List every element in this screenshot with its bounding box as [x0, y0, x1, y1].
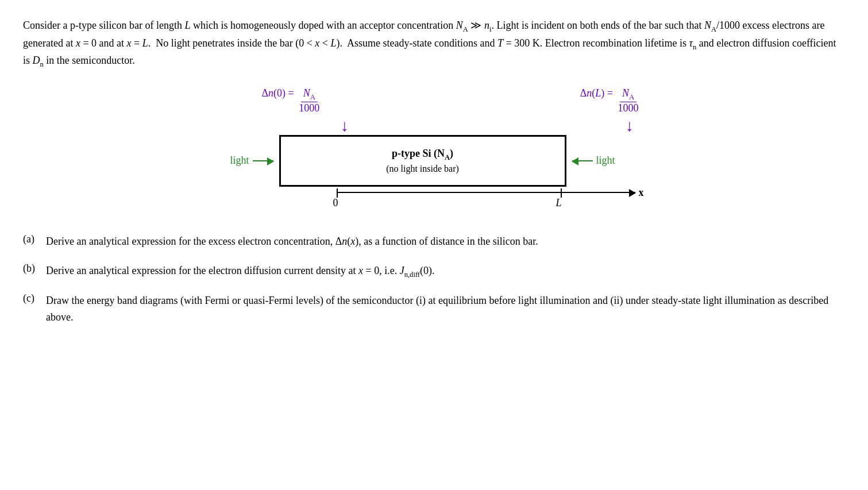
axis-label-zero: 0	[333, 197, 338, 209]
down-arrow-left: ↓	[341, 118, 349, 134]
x-axis-line: 0 L	[337, 192, 635, 193]
diagram: Δn(0) = NA 1000 Δn(L) = NA 1000 ↓ ↓ ligh…	[205, 87, 664, 199]
problem-statement: Consider a p-type silicon bar of length …	[23, 17, 839, 70]
part-a-label: (a)	[23, 233, 46, 245]
bc-left-label: Δn(0) = NA 1000	[262, 87, 322, 114]
down-arrow-row: ↓ ↓	[341, 118, 634, 134]
axis-label-x: x	[639, 187, 644, 199]
down-arrow-right: ↓	[626, 118, 634, 134]
silicon-bar: p-type Si (NA) (no light inside bar)	[279, 135, 566, 187]
bc-left-fraction: NA 1000	[296, 87, 322, 114]
part-c-text: Draw the energy band diagrams (with Ferm…	[46, 292, 839, 326]
light-right-text: light	[596, 155, 615, 167]
light-left-text: light	[230, 155, 249, 167]
light-arrow-left	[572, 160, 593, 161]
part-a: (a) Derive an analytical expression for …	[23, 233, 839, 250]
part-c: (c) Draw the energy band diagrams (with …	[23, 292, 839, 326]
bar-row: light p-type Si (NA) (no light inside ba…	[216, 135, 664, 187]
part-a-text: Derive an analytical expression for the …	[46, 233, 839, 250]
bar-title: p-type Si (NA)	[392, 148, 453, 162]
bc-right-label: Δn(L) = NA 1000	[580, 87, 641, 114]
intro-paragraph: Consider a p-type silicon bar of length …	[23, 17, 839, 70]
light-label-right: light	[572, 155, 630, 167]
part-b-label: (b)	[23, 263, 46, 275]
bc-left-denominator: 1000	[296, 102, 322, 114]
part-b: (b) Derive an analytical expression for …	[23, 263, 839, 280]
tick-L	[561, 188, 562, 198]
x-axis-row: 0 L x	[337, 187, 670, 199]
bc-row: Δn(0) = NA 1000 Δn(L) = NA 1000	[262, 87, 641, 114]
tick-zero	[337, 188, 338, 198]
part-c-label: (c)	[23, 292, 46, 304]
axis-label-L: L	[556, 197, 562, 209]
bc-right-denominator: 1000	[616, 102, 641, 114]
part-b-text: Derive an analytical expression for the …	[46, 263, 839, 280]
light-label-left: light	[216, 155, 273, 167]
light-arrow-right	[253, 160, 273, 161]
bc-right-fraction: NA 1000	[616, 87, 641, 114]
parts-section: (a) Derive an analytical expression for …	[23, 233, 839, 326]
bc-right-numerator: NA	[620, 87, 636, 102]
bc-left-numerator: NA	[301, 87, 318, 102]
bar-subtitle: (no light inside bar)	[386, 164, 459, 174]
